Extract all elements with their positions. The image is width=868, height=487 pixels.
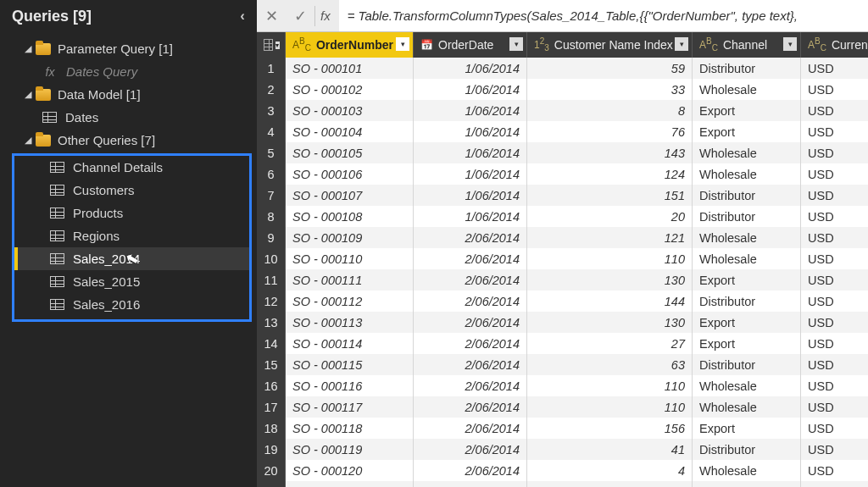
- cell-channel[interactable]: Distributor: [693, 58, 801, 79]
- row-number[interactable]: 11: [257, 269, 286, 291]
- cell-currency[interactable]: USD: [801, 206, 868, 227]
- cell-orderdate[interactable]: 1/06/2014: [414, 142, 527, 163]
- cell-customername[interactable]: 20: [527, 206, 693, 227]
- cell-orderdate[interactable]: 2/06/2014: [414, 312, 527, 333]
- table-row[interactable]: 12SO - 0001122/06/2014144DistributorUSD: [257, 291, 868, 312]
- table-row[interactable]: 7SO - 0001071/06/2014151DistributorUSD: [257, 185, 868, 206]
- cell-orderdate[interactable]: 2/06/2014: [414, 418, 527, 439]
- cell-currency[interactable]: USD: [801, 121, 868, 142]
- chevron-down-icon[interactable]: ▾: [509, 37, 523, 51]
- cell-ordernumber[interactable]: SO - 000115: [286, 354, 414, 375]
- table-row[interactable]: 1SO - 0001011/06/201459DistributorUSD: [257, 58, 868, 79]
- cell-channel[interactable]: [693, 481, 801, 487]
- cell-currency[interactable]: USD: [801, 79, 868, 100]
- table-row[interactable]: 17SO - 0001172/06/2014110WholesaleUSD: [257, 396, 868, 418]
- table-row[interactable]: 21112: [257, 481, 868, 487]
- cell-orderdate[interactable]: 1/06/2014: [414, 121, 527, 142]
- cell-currency[interactable]: USD: [801, 269, 868, 291]
- cell-channel[interactable]: Export: [693, 121, 801, 142]
- row-number[interactable]: 7: [257, 185, 286, 206]
- table-row[interactable]: 18SO - 0001182/06/2014156ExportUSD: [257, 418, 868, 439]
- row-number[interactable]: 4: [257, 121, 286, 142]
- cell-orderdate[interactable]: 2/06/2014: [414, 396, 527, 418]
- cell-orderdate[interactable]: 2/06/2014: [414, 333, 527, 354]
- cell-channel[interactable]: Wholesale: [693, 248, 801, 269]
- cell-ordernumber[interactable]: SO - 000111: [286, 269, 414, 291]
- table-row[interactable]: 13SO - 0001132/06/2014130ExportUSD: [257, 312, 868, 333]
- cell-channel[interactable]: Wholesale: [693, 227, 801, 248]
- table-row[interactable]: 3SO - 0001031/06/20148ExportUSD: [257, 100, 868, 121]
- cell-ordernumber[interactable]: SO - 000108: [286, 206, 414, 227]
- cell-orderdate[interactable]: 2/06/2014: [414, 375, 527, 396]
- cancel-formula-button[interactable]: ✕: [257, 0, 286, 31]
- column-header-ordernumber[interactable]: ABC OrderNumber ▾: [286, 32, 414, 58]
- cell-ordernumber[interactable]: SO - 000120: [286, 460, 414, 481]
- cell-ordernumber[interactable]: SO - 000112: [286, 291, 414, 312]
- cell-currency[interactable]: USD: [801, 291, 868, 312]
- cell-orderdate[interactable]: 1/06/2014: [414, 206, 527, 227]
- commit-formula-button[interactable]: ✓: [286, 0, 314, 31]
- cell-currency[interactable]: USD: [801, 142, 868, 163]
- cell-currency[interactable]: USD: [801, 333, 868, 354]
- cell-channel[interactable]: Wholesale: [693, 396, 801, 418]
- cell-customername[interactable]: 33: [527, 79, 693, 100]
- cell-orderdate[interactable]: 2/06/2014: [414, 248, 527, 269]
- row-number[interactable]: 20: [257, 460, 286, 481]
- cell-currency[interactable]: USD: [801, 185, 868, 206]
- cell-orderdate[interactable]: 1/06/2014: [414, 79, 527, 100]
- cell-customername[interactable]: 144: [527, 291, 693, 312]
- folder-data-model[interactable]: ◢ Data Model [1]: [7, 83, 257, 106]
- cell-channel[interactable]: Export: [693, 333, 801, 354]
- table-row[interactable]: 5SO - 0001051/06/2014143WholesaleUSD: [257, 142, 868, 163]
- row-number[interactable]: 6: [257, 163, 286, 185]
- cell-customername[interactable]: 110: [527, 248, 693, 269]
- cell-channel[interactable]: Distributor: [693, 206, 801, 227]
- column-header-customername[interactable]: 123 Customer Name Index ▾: [527, 32, 693, 58]
- table-row[interactable]: 20SO - 0001202/06/20144WholesaleUSD: [257, 460, 868, 481]
- fx-icon[interactable]: fx: [315, 8, 336, 23]
- cell-ordernumber[interactable]: SO - 000117: [286, 396, 414, 418]
- cell-channel[interactable]: Wholesale: [693, 79, 801, 100]
- cell-channel[interactable]: Export: [693, 269, 801, 291]
- cell-customername[interactable]: 27: [527, 333, 693, 354]
- cell-currency[interactable]: USD: [801, 418, 868, 439]
- folder-parameter-query[interactable]: ◢ Parameter Query [1]: [7, 37, 257, 60]
- caret-down-icon[interactable]: ◢: [22, 135, 34, 146]
- cell-ordernumber[interactable]: SO - 000102: [286, 79, 414, 100]
- cell-currency[interactable]: USD: [801, 312, 868, 333]
- cell-customername[interactable]: 124: [527, 163, 693, 185]
- table-row[interactable]: 15SO - 0001152/06/201463DistributorUSD: [257, 354, 868, 375]
- row-number[interactable]: 19: [257, 439, 286, 460]
- cell-currency[interactable]: USD: [801, 439, 868, 460]
- table-row[interactable]: 4SO - 0001041/06/201476ExportUSD: [257, 121, 868, 142]
- cell-customername[interactable]: 151: [527, 185, 693, 206]
- row-number[interactable]: 21: [257, 481, 286, 487]
- caret-down-icon[interactable]: ◢: [22, 89, 34, 100]
- row-number[interactable]: 9: [257, 227, 286, 248]
- cell-orderdate[interactable]: 1/06/2014: [414, 163, 527, 185]
- column-header-channel[interactable]: ABC Channel ▾: [693, 32, 801, 58]
- cell-channel[interactable]: Wholesale: [693, 375, 801, 396]
- chevron-down-icon[interactable]: ▾: [675, 37, 688, 51]
- table-row[interactable]: 11SO - 0001112/06/2014130ExportUSD: [257, 269, 868, 291]
- cell-ordernumber[interactable]: [286, 481, 414, 487]
- cell-channel[interactable]: Distributor: [693, 291, 801, 312]
- cell-ordernumber[interactable]: SO - 000110: [286, 248, 414, 269]
- table-row[interactable]: 10SO - 0001102/06/2014110WholesaleUSD: [257, 248, 868, 269]
- cell-channel[interactable]: Export: [693, 100, 801, 121]
- cell-channel[interactable]: Wholesale: [693, 142, 801, 163]
- cell-orderdate[interactable]: 2/06/2014: [414, 354, 527, 375]
- cell-customername[interactable]: 130: [527, 269, 693, 291]
- cell-currency[interactable]: USD: [801, 375, 868, 396]
- row-number[interactable]: 14: [257, 333, 286, 354]
- query-customers[interactable]: Customers: [14, 179, 249, 202]
- cell-customername[interactable]: 143: [527, 142, 693, 163]
- grid-body[interactable]: 1SO - 0001011/06/201459DistributorUSD2SO…: [257, 58, 868, 487]
- row-number[interactable]: 16: [257, 375, 286, 396]
- select-all-cell[interactable]: ▾: [257, 32, 286, 58]
- query-sales-2014[interactable]: Sales_2014: [14, 247, 249, 270]
- cell-orderdate[interactable]: 2/06/2014: [414, 291, 527, 312]
- cell-orderdate[interactable]: 2/06/2014: [414, 460, 527, 481]
- collapse-icon[interactable]: ‹: [240, 8, 245, 25]
- query-sales-2015[interactable]: Sales_2015: [14, 270, 249, 293]
